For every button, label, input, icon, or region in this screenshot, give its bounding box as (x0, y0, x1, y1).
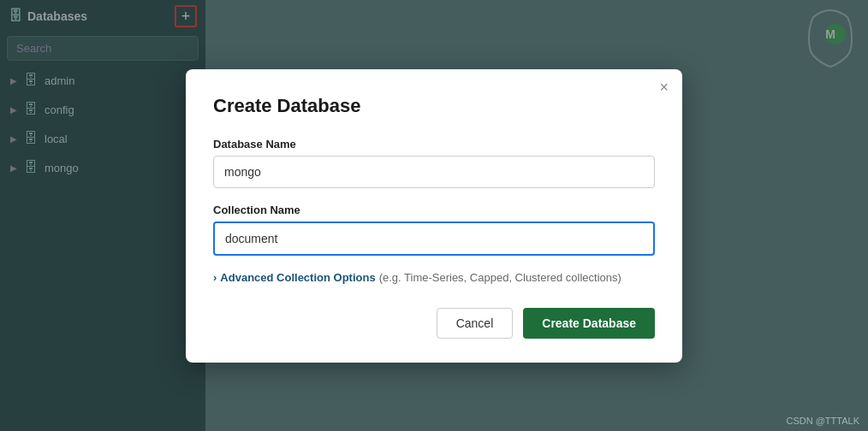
collection-name-field-group: Collection Name (213, 204, 655, 271)
advanced-options-label: Advanced Collection Options (220, 271, 375, 284)
db-name-field-group: Database Name (213, 138, 655, 204)
advanced-options-toggle[interactable]: › Advanced Collection Options (e.g. Time… (213, 271, 655, 284)
db-name-label: Database Name (213, 138, 655, 151)
watermark: CSDN @TTTALK (786, 416, 859, 426)
modal-close-button[interactable]: × (659, 80, 669, 95)
advanced-chevron-icon: › (213, 271, 217, 284)
modal-overlay: × Create Database Database Name Collecti… (0, 0, 868, 431)
modal-actions: Cancel Create Database (213, 308, 655, 339)
collection-name-input[interactable] (213, 221, 655, 256)
create-database-modal: × Create Database Database Name Collecti… (186, 69, 682, 363)
db-name-input[interactable] (213, 156, 655, 188)
modal-title: Create Database (213, 95, 655, 117)
create-database-button[interactable]: Create Database (523, 308, 655, 339)
collection-name-label: Collection Name (213, 204, 655, 216)
advanced-options-hint: (e.g. Time-Series, Capped, Clustered col… (379, 271, 621, 284)
cancel-button[interactable]: Cancel (437, 308, 514, 339)
